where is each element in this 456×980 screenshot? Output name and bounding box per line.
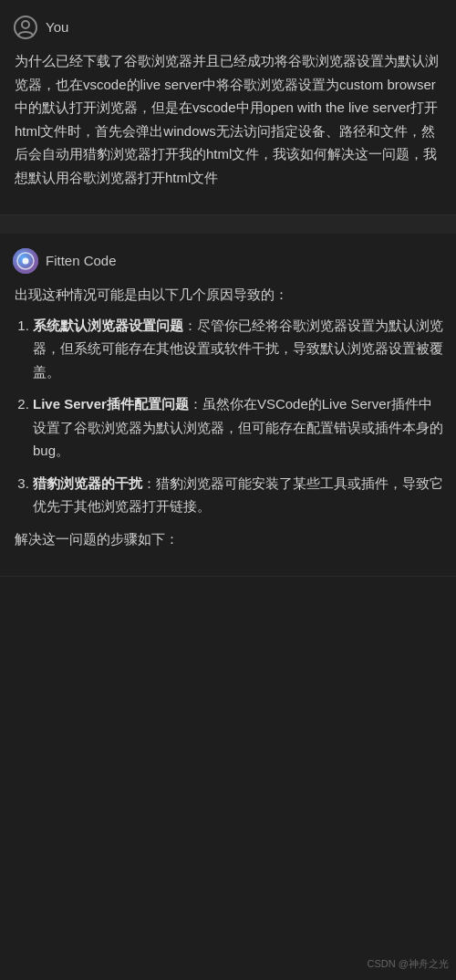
assistant-steps-intro: 解决这一问题的步骤如下： <box>15 527 443 551</box>
list-item: 猎豹浏览器的干扰：猎豹浏览器可能安装了某些工具或插件，导致它优先于其他浏览器打开… <box>33 472 443 518</box>
user-message-text: 为什么已经下载了谷歌浏览器并且已经成功将谷歌浏览器设置为默认浏览器，也在vsco… <box>15 49 443 189</box>
item-3-colon: ： <box>142 475 156 491</box>
assistant-intro-text: 出现这种情况可能是由以下几个原因导致的： <box>15 283 443 307</box>
item-1-bold: 系统默认浏览器设置问题 <box>33 318 183 333</box>
assistant-items-list: 系统默认浏览器设置问题：尽管你已经将谷歌浏览器设置为默认浏览器，但系统可能存在其… <box>15 314 443 518</box>
item-2-bold: Live Server插件配置问题 <box>33 396 189 412</box>
assistant-message-header: Fitten Code <box>13 248 443 274</box>
item-1-colon: ： <box>183 318 197 333</box>
user-avatar-icon <box>13 15 38 40</box>
fitten-avatar-icon <box>13 248 38 274</box>
item-2-colon: ： <box>189 396 202 412</box>
assistant-name-label: Fitten Code <box>46 250 117 272</box>
item-3-bold: 猎豹浏览器的干扰 <box>33 475 142 491</box>
assistant-message-block: Fitten Code 出现这种情况可能是由以下几个原因导致的： 系统默认浏览器… <box>0 234 456 577</box>
assistant-message-content: 出现这种情况可能是由以下几个原因导致的： 系统默认浏览器设置问题：尽管你已经将谷… <box>13 283 443 550</box>
message-separator <box>0 215 456 234</box>
user-message-content: 为什么已经下载了谷歌浏览器并且已经成功将谷歌浏览器设置为默认浏览器，也在vsco… <box>13 49 443 189</box>
user-name-label: You <box>46 16 68 38</box>
watermark-text: CSDN @神舟之光 <box>368 956 449 973</box>
svg-point-1 <box>22 21 29 28</box>
user-message-header: You <box>13 15 443 40</box>
list-item: 系统默认浏览器设置问题：尽管你已经将谷歌浏览器设置为默认浏览器，但系统可能存在其… <box>33 314 443 384</box>
list-item: Live Server插件配置问题：虽然你在VSCode的Live Server… <box>33 392 443 463</box>
user-message-block: You 为什么已经下载了谷歌浏览器并且已经成功将谷歌浏览器设置为默认浏览器，也在… <box>0 0 456 215</box>
chat-container: You 为什么已经下载了谷歌浏览器并且已经成功将谷歌浏览器设置为默认浏览器，也在… <box>0 0 456 577</box>
